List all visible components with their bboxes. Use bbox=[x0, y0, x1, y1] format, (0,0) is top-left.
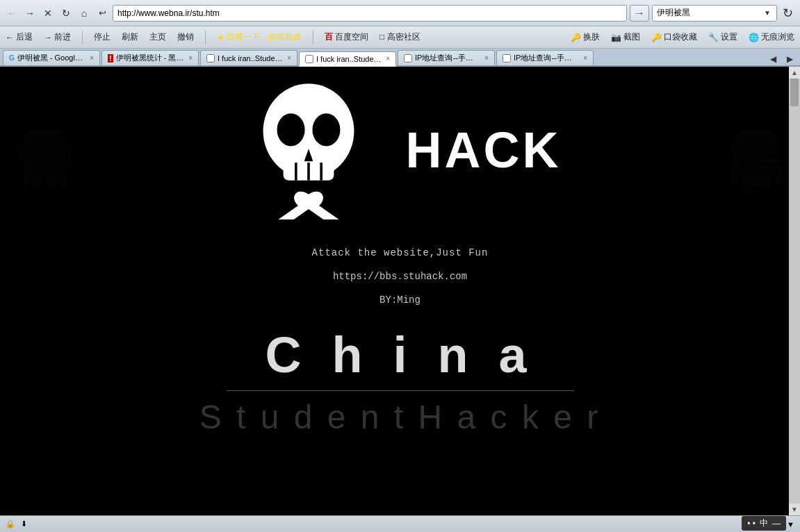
tab-1-icon: G bbox=[9, 54, 15, 62]
tabs-row: G 伊明被黑 - Google 搜索 × ! 伊明被黑统计 - 黑客播... ×… bbox=[0, 49, 800, 67]
address-bar-container bbox=[113, 5, 627, 22]
ime-dots: • • bbox=[747, 519, 756, 529]
search-input[interactable] bbox=[657, 8, 762, 18]
forward-icon: → bbox=[44, 33, 52, 42]
tab-2-label: 伊明被黑统计 - 黑客播... bbox=[116, 53, 184, 63]
screenshot-tool[interactable]: 📷截图 bbox=[611, 31, 640, 43]
tab-4-close[interactable]: × bbox=[386, 55, 390, 63]
browser-window: ← → ✕ ↻ ⌂ ↩ → ▼ ↻ ← 后退 → 前进 停止 刷新 bbox=[0, 0, 800, 532]
refresh-button[interactable]: ↻ bbox=[58, 6, 74, 20]
search-bar-container: ▼ bbox=[652, 5, 777, 22]
tab-6-label: IP地址查询--手机号码查... bbox=[514, 53, 579, 63]
toolbar-sep-1 bbox=[82, 31, 83, 44]
baidu-bookmark[interactable]: ★ 百度一下，你就知道 bbox=[217, 31, 302, 43]
go-button[interactable]: → bbox=[630, 5, 649, 22]
undo-label[interactable]: 撤销 bbox=[177, 31, 194, 43]
toolbar: ← 后退 → 前进 停止 刷新 主页 撤销 ★ 百度一下，你就知道 百 百度空间 bbox=[0, 26, 800, 49]
svg-point-2 bbox=[312, 113, 340, 146]
tab-2-icon: ! bbox=[108, 54, 113, 63]
tabs-next[interactable]: ▶ bbox=[782, 53, 797, 65]
scroll-track[interactable] bbox=[789, 78, 800, 504]
zoom-icon: ▼ bbox=[787, 520, 794, 529]
status-icon-lock: 🔒 bbox=[6, 519, 15, 529]
tab-6-checkbox[interactable] bbox=[503, 54, 511, 63]
search-flag: ▼ bbox=[762, 9, 772, 17]
forward-button[interactable]: → bbox=[22, 6, 38, 20]
tab-6[interactable]: IP地址查询--手机号码查... × bbox=[496, 50, 594, 65]
status-icon-arrow: ⬇ bbox=[21, 519, 27, 529]
page-content: 骨骼 黑客 bbox=[0, 67, 800, 515]
skull-section: HACK bbox=[239, 81, 562, 219]
undo-button[interactable]: ↩ bbox=[95, 6, 110, 19]
status-bar: 🔒 ⬇ 100% ▼ bbox=[0, 515, 800, 532]
tab-1-close[interactable]: × bbox=[90, 54, 94, 62]
china-text: C h i n a bbox=[265, 326, 534, 383]
status-left: 🔒 ⬇ bbox=[6, 519, 27, 529]
skin-tool[interactable]: 🔑换肤 bbox=[571, 31, 600, 43]
tab-4-checkbox[interactable] bbox=[305, 55, 313, 63]
divider bbox=[227, 390, 574, 391]
private-icon: 🌐 bbox=[749, 33, 759, 42]
tab-2[interactable]: ! 伊明被黑统计 - 黑客播... × bbox=[101, 50, 199, 65]
settings-icon: 🔧 bbox=[708, 33, 719, 42]
gaomi-bookmark[interactable]: □ 高密社区 bbox=[379, 31, 421, 43]
tab-4[interactable]: I fuck iran..Studen... × bbox=[299, 51, 396, 67]
svg-point-1 bbox=[277, 113, 304, 146]
tab-5[interactable]: IP地址查询--手机号码查... × bbox=[398, 50, 495, 65]
scroll-down-arrow[interactable]: ▼ bbox=[791, 504, 798, 515]
refresh-label[interactable]: 刷新 bbox=[122, 31, 138, 43]
nav-bar: ← → ✕ ↻ ⌂ ↩ → ▼ ↻ bbox=[0, 0, 800, 26]
screenshot-icon: 📷 bbox=[611, 33, 621, 42]
tab-3[interactable]: I fuck iran..Student Ha... × bbox=[200, 50, 297, 65]
tab-1-label: 伊明被黑 - Google 搜索 bbox=[17, 53, 85, 63]
address-input[interactable] bbox=[113, 5, 627, 22]
ime-box[interactable]: • • 中 — bbox=[742, 516, 786, 531]
tab-5-checkbox[interactable] bbox=[404, 54, 412, 63]
tab-6-close[interactable]: × bbox=[583, 54, 587, 62]
tab-4-label: I fuck iran..Studen... bbox=[316, 55, 382, 63]
pocket-tool[interactable]: 🔑口袋收藏 bbox=[651, 31, 697, 43]
back-icon: ← bbox=[6, 33, 14, 42]
tab-2-close[interactable]: × bbox=[188, 54, 193, 62]
home-button[interactable]: ⌂ bbox=[76, 6, 92, 20]
scroll-up-arrow[interactable]: ▲ bbox=[791, 67, 798, 78]
url-message[interactable]: https://bbs.stuhack.com bbox=[312, 271, 489, 282]
pocket-icon: 🔑 bbox=[651, 33, 662, 42]
attack-message: Attack the website,Just Fun bbox=[312, 247, 489, 258]
hack-text: HACK bbox=[406, 122, 562, 178]
student-hacker-text: S t u d e n t H a c k e r bbox=[199, 398, 601, 436]
tab-3-label: I fuck iran..Student Ha... bbox=[218, 54, 283, 63]
settings-tool[interactable]: 🔧设置 bbox=[708, 31, 737, 43]
private-tool[interactable]: 🌐无痕浏览 bbox=[749, 31, 794, 43]
stop-label[interactable]: 停止 bbox=[94, 31, 111, 43]
ime-label: 中 bbox=[760, 517, 768, 529]
forward-label[interactable]: → 前进 bbox=[44, 31, 71, 43]
back-label[interactable]: ← 后退 bbox=[6, 31, 33, 43]
ime-more: — bbox=[772, 519, 781, 529]
scroll-thumb[interactable] bbox=[790, 78, 799, 106]
baidu-icon: 百 bbox=[325, 31, 333, 43]
tab-1[interactable]: G 伊明被黑 - Google 搜索 × bbox=[3, 50, 100, 65]
home-label[interactable]: 主页 bbox=[149, 31, 166, 43]
scrollbar: ▲ ▼ bbox=[789, 67, 800, 515]
tab-5-close[interactable]: × bbox=[484, 54, 489, 62]
by-message: BY:Ming bbox=[312, 294, 489, 306]
baidu-space-bookmark[interactable]: 百 百度空间 bbox=[325, 31, 368, 43]
stop-button[interactable]: ✕ bbox=[40, 6, 56, 20]
tabs-prev[interactable]: ◀ bbox=[765, 53, 781, 65]
reload-button[interactable]: ↻ bbox=[780, 4, 796, 22]
key-icon: 🔑 bbox=[571, 33, 581, 42]
back-button[interactable]: ← bbox=[4, 6, 19, 20]
message-area: Attack the website,Just Fun https://bbs.… bbox=[312, 247, 489, 306]
toolbar-sep-2 bbox=[205, 31, 206, 44]
tab-3-close[interactable]: × bbox=[287, 54, 291, 62]
tab-3-checkbox[interactable] bbox=[206, 54, 215, 63]
toolbar-sep-3 bbox=[313, 31, 313, 44]
skull-icon bbox=[239, 81, 378, 219]
tab-5-label: IP地址查询--手机号码查... bbox=[415, 53, 480, 63]
